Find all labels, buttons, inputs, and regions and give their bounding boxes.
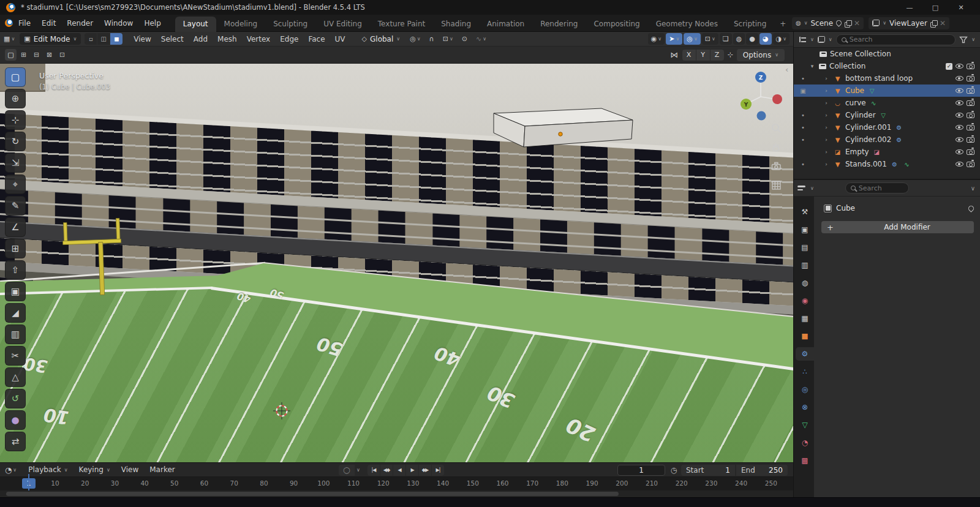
tab-uv-editing[interactable]: UV Editing: [315, 17, 370, 32]
tab-physics-properties[interactable]: ◎: [796, 383, 814, 396]
menu-viewport-uv[interactable]: UV: [330, 33, 350, 45]
camera-visibility-icon[interactable]: [967, 113, 974, 118]
menu-viewport-vertex[interactable]: Vertex: [242, 33, 276, 45]
mirror-axis-x-button[interactable]: X: [682, 50, 696, 61]
eye-icon[interactable]: [956, 76, 963, 81]
mirror-axis-z-button[interactable]: Z: [710, 50, 724, 61]
pan-hand-icon[interactable]: [771, 141, 782, 153]
transform-orientation-dropdown[interactable]: ◇ Global ∨: [358, 33, 405, 45]
disclosure-icon[interactable]: ›: [823, 124, 830, 130]
outliner-search-input[interactable]: [850, 36, 950, 43]
knife-tool[interactable]: ✂: [5, 346, 26, 366]
tab-layout[interactable]: Layout: [175, 17, 216, 32]
options-dropdown[interactable]: Options ∨: [737, 49, 785, 61]
pin-icon[interactable]: [967, 205, 975, 212]
outliner-search[interactable]: [836, 34, 956, 45]
scene-selector[interactable]: ◍∨ Scene ✕: [792, 17, 864, 29]
previous-frame-button[interactable]: ◀: [393, 465, 405, 476]
expand-icon[interactable]: ▾: [809, 63, 816, 69]
disclosure-icon[interactable]: ›: [823, 112, 830, 118]
vertex-select-mode[interactable]: ▫: [85, 33, 97, 45]
select-mode-invert[interactable]: ⊠: [43, 49, 55, 61]
cursor-tool[interactable]: ⊕: [5, 89, 26, 108]
camera-view-icon[interactable]: [771, 160, 782, 172]
previous-keyframe-button[interactable]: ◀◆: [380, 465, 393, 476]
properties-editor-icon[interactable]: [797, 185, 806, 192]
scene-name[interactable]: Scene: [810, 19, 833, 28]
smooth-tool[interactable]: ●: [5, 410, 26, 430]
snap-target-dropdown[interactable]: ⊡∨: [440, 33, 456, 45]
tab-rendering[interactable]: Rendering: [532, 17, 586, 32]
pin-icon[interactable]: [835, 19, 843, 27]
menu-timeline-playback[interactable]: Playback∨: [23, 464, 73, 476]
tab-tool-properties[interactable]: ⚒: [796, 205, 814, 219]
menu-file[interactable]: File: [13, 17, 36, 30]
add-workspace-button[interactable]: +: [774, 17, 791, 32]
snap-toggle[interactable]: ∩: [426, 33, 437, 45]
camera-visibility-icon[interactable]: [967, 88, 974, 94]
viewlayer-selector[interactable]: ∨ ViewLayer ✕: [869, 17, 949, 29]
shading-rendered[interactable]: ◑∨: [773, 33, 790, 45]
new-viewlayer-icon[interactable]: [930, 20, 937, 26]
extrude-region-tool[interactable]: ⇧: [5, 260, 26, 280]
eye-icon[interactable]: [956, 149, 963, 154]
app-menu-icon[interactable]: [5, 19, 13, 27]
toggle-xray[interactable]: ❏: [720, 33, 732, 45]
timeline-ruler[interactable]: 1 10203040506070809010011012013014015016…: [0, 477, 793, 490]
tab-geometry-nodes[interactable]: Geometry Nodes: [648, 17, 726, 32]
bevel-tool[interactable]: ◢: [5, 303, 26, 323]
select-mode-subtract[interactable]: ⊟: [31, 49, 42, 61]
end-frame-field[interactable]: End 250: [736, 465, 788, 476]
disclosure-icon[interactable]: ›: [823, 88, 830, 94]
menu-viewport-view[interactable]: View: [129, 33, 156, 45]
viewport-gizmos-dropdown[interactable]: ⊡∨: [702, 33, 718, 45]
scene-collection-row[interactable]: Scene Collection: [794, 48, 980, 60]
tab-modeling[interactable]: Modeling: [216, 17, 266, 32]
camera-visibility-icon[interactable]: [967, 162, 974, 167]
proportional-editing-toggle[interactable]: ⊙: [459, 33, 470, 45]
edge-select-mode[interactable]: ◫: [97, 33, 110, 45]
toggle-perspective-icon[interactable]: [771, 179, 782, 191]
shading-material-preview[interactable]: ◕: [760, 33, 772, 45]
tab-output-properties[interactable]: ▤: [796, 241, 814, 254]
camera-visibility-icon[interactable]: [967, 125, 974, 130]
tab-particle-properties[interactable]: ∴: [796, 365, 814, 378]
outliner-item-cube[interactable]: ▣›▼Cube▽: [794, 85, 980, 97]
region-collapse-icon[interactable]: ‹: [785, 65, 788, 74]
camera-visibility-icon[interactable]: [967, 149, 974, 155]
outliner-item-cylinder-002[interactable]: •›▼Cylinder.002⚙: [794, 133, 980, 146]
stopwatch-icon[interactable]: ◷: [668, 465, 680, 476]
disclosure-icon[interactable]: ›: [823, 149, 830, 155]
properties-search-input[interactable]: [859, 184, 903, 192]
menu-timeline-marker[interactable]: Marker: [144, 464, 180, 476]
camera-visibility-icon[interactable]: [967, 137, 974, 143]
timeline-editor-icon[interactable]: ◔: [5, 465, 12, 475]
filter-icon[interactable]: [959, 36, 968, 43]
proportional-falloff-dropdown[interactable]: ∿∨: [473, 33, 489, 45]
mirror-icon[interactable]: ⋈: [671, 50, 679, 59]
menu-viewport-face[interactable]: Face: [303, 33, 330, 45]
menu-edit[interactable]: Edit: [36, 17, 61, 30]
eye-icon[interactable]: [956, 64, 963, 69]
loop-cut-tool[interactable]: ▥: [5, 325, 26, 344]
eye-icon[interactable]: [956, 162, 963, 167]
select-mode-extend[interactable]: ⊞: [18, 49, 29, 61]
menu-render[interactable]: Render: [61, 17, 99, 30]
transform-tool[interactable]: ⌖: [5, 175, 26, 194]
shading-solid[interactable]: ●: [746, 33, 758, 45]
menu-viewport-select[interactable]: Select: [156, 33, 189, 45]
select-mode-new[interactable]: ▢: [5, 49, 17, 61]
measure-tool[interactable]: ∠: [5, 217, 26, 237]
tab-compositing[interactable]: Compositing: [586, 17, 647, 32]
mirror-axis-y-button[interactable]: Y: [696, 50, 710, 61]
outliner-item-stands-001[interactable]: •›▼Stands.001⚙∿: [794, 158, 980, 170]
next-keyframe-button[interactable]: ◆▶: [419, 465, 431, 476]
play-button[interactable]: ▶: [406, 465, 418, 476]
navigation-gizmo[interactable]: Z Y: [737, 69, 785, 121]
tab-object-properties[interactable]: ■: [796, 329, 814, 343]
outliner-item-bottom-stand-loop[interactable]: •›▼bottom stand loop: [794, 72, 980, 85]
snap-individual-icon[interactable]: ⊹: [728, 51, 733, 59]
menu-timeline-keying[interactable]: Keying∨: [74, 464, 116, 476]
timeline-scrollbar[interactable]: [0, 490, 793, 497]
tab-constraint-properties[interactable]: ⊗: [796, 400, 814, 414]
